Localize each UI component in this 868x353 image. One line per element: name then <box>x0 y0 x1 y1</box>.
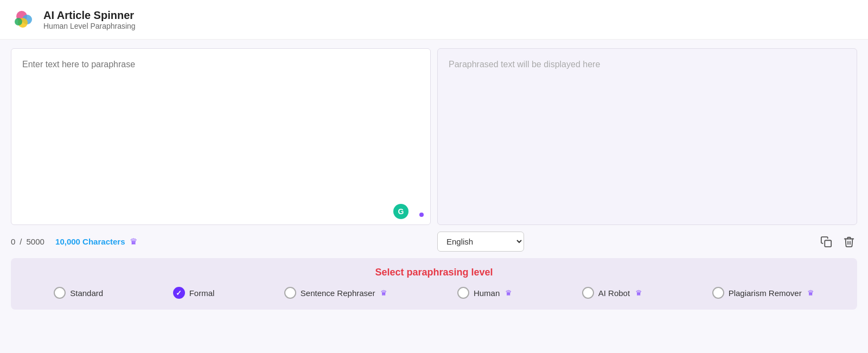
delete-button[interactable] <box>841 234 857 250</box>
label-formal: Formal <box>189 288 215 298</box>
app-title: AI Article Spinner <box>43 9 136 22</box>
output-text: Paraphrased text will be displayed here <box>438 49 857 222</box>
radio-sentence-rephraser[interactable] <box>284 287 296 299</box>
bottom-bar: 0 / 5000 10,000 Characters ♛ English Spa… <box>11 225 857 258</box>
label-standard: Standard <box>70 288 103 298</box>
section-title: Select paraphrasing level <box>22 267 846 278</box>
label-sentence-rephraser: Sentence Rephraser <box>301 288 375 298</box>
upgrade-crown-icon: ♛ <box>130 236 137 247</box>
svg-point-3 <box>15 18 22 25</box>
radio-ai-robot[interactable] <box>582 287 594 299</box>
radio-options: Standard Formal Sentence Rephraser ♛ Hum… <box>22 287 846 299</box>
char-current: 0 <box>11 237 15 246</box>
option-human[interactable]: Human ♛ <box>457 287 512 299</box>
grammarly-icon[interactable]: G <box>393 204 409 219</box>
label-plagiarism-remover: Plagiarism Remover <box>729 288 802 298</box>
main-content: G Paraphrased text will be displayed her… <box>0 40 868 310</box>
crown-sentence-rephraser-icon: ♛ <box>380 288 387 297</box>
option-ai-robot[interactable]: AI Robot ♛ <box>582 287 642 299</box>
language-select[interactable]: English Spanish French German Italian Po… <box>437 232 524 252</box>
option-sentence-rephraser[interactable]: Sentence Rephraser ♛ <box>284 287 388 299</box>
header-text: AI Article Spinner Human Level Paraphras… <box>43 9 136 30</box>
radio-formal[interactable] <box>173 287 185 299</box>
input-panel: G <box>11 48 431 225</box>
app-header: AI Article Spinner Human Level Paraphras… <box>0 0 868 40</box>
svg-rect-4 <box>825 240 831 247</box>
app-logo <box>11 7 37 33</box>
crown-human-icon: ♛ <box>505 288 512 297</box>
dot-indicator <box>419 213 424 217</box>
option-standard[interactable]: Standard <box>54 287 103 299</box>
char-separator: / <box>20 237 22 246</box>
copy-button[interactable] <box>818 234 834 250</box>
char-limit: 5000 <box>27 237 44 246</box>
text-panels: G Paraphrased text will be displayed her… <box>11 48 857 225</box>
action-icons <box>818 234 857 250</box>
radio-human[interactable] <box>457 287 469 299</box>
label-human: Human <box>474 288 500 298</box>
crown-ai-robot-icon: ♛ <box>635 288 642 297</box>
output-panel: Paraphrased text will be displayed here <box>437 48 857 225</box>
right-controls: English Spanish French German Italian Po… <box>437 232 857 252</box>
crown-plagiarism-remover-icon: ♛ <box>807 288 814 297</box>
char-count-area: 0 / 5000 10,000 Characters ♛ <box>11 236 431 247</box>
radio-standard[interactable] <box>54 287 66 299</box>
paraphrase-level-section: Select paraphrasing level Standard Forma… <box>11 258 857 310</box>
option-formal[interactable]: Formal <box>173 287 215 299</box>
radio-plagiarism-remover[interactable] <box>712 287 724 299</box>
label-ai-robot: AI Robot <box>598 288 630 298</box>
app-subtitle: Human Level Paraphrasing <box>43 22 136 30</box>
input-textarea[interactable] <box>11 49 430 222</box>
char-upgrade-text[interactable]: 10,000 Characters <box>55 237 125 246</box>
option-plagiarism-remover[interactable]: Plagiarism Remover ♛ <box>712 287 814 299</box>
